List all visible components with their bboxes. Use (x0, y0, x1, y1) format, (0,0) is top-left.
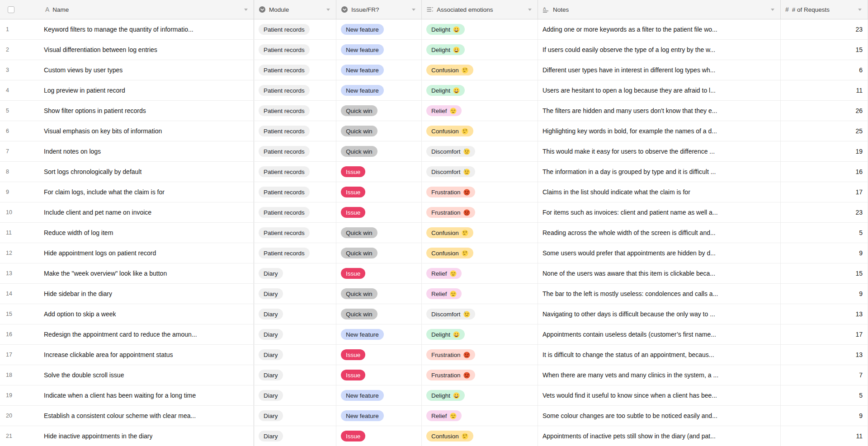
requests-cell[interactable]: 7 (781, 365, 868, 385)
requests-cell[interactable]: 23 (781, 19, 868, 39)
column-header-notes[interactable]: A Notes (538, 0, 781, 19)
name-cell[interactable]: Sort logs chronologically by default (27, 162, 254, 182)
row-number-cell[interactable]: 7 (0, 141, 27, 161)
requests-cell[interactable]: 9 (781, 406, 868, 426)
notes-cell[interactable]: Users are hesitant to open a log because… (538, 80, 781, 100)
row-number-cell[interactable]: 4 (0, 80, 27, 100)
emotions-cell[interactable]: Frustration (422, 202, 538, 222)
notes-cell[interactable]: Vets would find it useful to know since … (538, 385, 781, 405)
notes-cell[interactable]: Highlighting key words in bold, for exam… (538, 121, 781, 141)
row-number-cell[interactable]: 19 (0, 385, 27, 405)
module-cell[interactable]: Patient records (254, 202, 336, 222)
name-cell[interactable]: Log preview in patient record (27, 80, 254, 100)
emotions-cell[interactable]: Confusion (422, 121, 538, 141)
name-cell[interactable]: Custom views by user types (27, 60, 254, 80)
requests-cell[interactable]: 5 (781, 385, 868, 405)
column-header-module[interactable]: Module (254, 0, 336, 19)
name-cell[interactable]: Keyword filters to manage the quantity o… (27, 19, 254, 39)
issue-cell[interactable]: New feature (336, 19, 422, 39)
notes-cell[interactable]: The information in a day is grouped by t… (538, 162, 781, 182)
emotions-cell[interactable]: Confusion (422, 223, 538, 243)
issue-cell[interactable]: Issue (336, 426, 422, 446)
row-number-cell[interactable]: 17 (0, 345, 27, 365)
emotions-cell[interactable]: Discomfort (422, 141, 538, 161)
row-number-cell[interactable]: 14 (0, 284, 27, 304)
name-cell[interactable]: Add option to skip a week (27, 304, 254, 324)
issue-cell[interactable]: Issue (336, 263, 422, 283)
requests-cell[interactable]: 13 (781, 304, 868, 324)
requests-cell[interactable]: 5 (781, 223, 868, 243)
name-cell[interactable]: Indicate when a client has been waiting … (27, 385, 254, 405)
row-number-cell[interactable]: 20 (0, 406, 27, 426)
issue-cell[interactable]: Issue (336, 345, 422, 365)
requests-cell[interactable]: 11 (781, 80, 868, 100)
row-number-cell[interactable]: 15 (0, 304, 27, 324)
row-number-cell[interactable]: 21 (0, 426, 27, 446)
row-number-cell[interactable]: 5 (0, 101, 27, 121)
module-cell[interactable]: Diary (254, 406, 336, 426)
requests-cell[interactable]: 19 (781, 141, 868, 161)
emotions-cell[interactable]: Relief (422, 406, 538, 426)
requests-cell[interactable]: 9 (781, 243, 868, 263)
name-cell[interactable]: Increase clickable area for appointment … (27, 345, 254, 365)
emotions-cell[interactable]: Discomfort (422, 304, 538, 324)
module-cell[interactable]: Patient records (254, 162, 336, 182)
emotions-cell[interactable]: Confusion (422, 243, 538, 263)
row-number-cell[interactable]: 16 (0, 324, 27, 344)
module-cell[interactable]: Diary (254, 304, 336, 324)
requests-cell[interactable]: 13 (781, 345, 868, 365)
notes-cell[interactable]: The bar to the left is mostly useless: c… (538, 284, 781, 304)
chevron-down-icon[interactable] (858, 9, 862, 11)
module-cell[interactable]: Patient records (254, 60, 336, 80)
issue-cell[interactable]: New feature (336, 406, 422, 426)
module-cell[interactable]: Diary (254, 324, 336, 344)
emotions-cell[interactable]: Delight (422, 324, 538, 344)
emotions-cell[interactable]: Confusion (422, 60, 538, 80)
module-cell[interactable]: Patient records (254, 223, 336, 243)
emotions-cell[interactable]: Delight (422, 40, 538, 60)
module-cell[interactable]: Patient records (254, 182, 336, 202)
issue-cell[interactable]: Quick win (336, 223, 422, 243)
module-cell[interactable]: Diary (254, 284, 336, 304)
emotions-cell[interactable]: Relief (422, 263, 538, 283)
chevron-down-icon[interactable] (326, 9, 330, 11)
requests-cell[interactable]: 9 (781, 284, 868, 304)
notes-cell[interactable]: Adding one or more keywords as a filter … (538, 19, 781, 39)
emotions-cell[interactable]: Confusion (422, 426, 538, 446)
issue-cell[interactable]: Quick win (336, 243, 422, 263)
requests-cell[interactable]: 26 (781, 101, 868, 121)
name-cell[interactable]: Reduce width of log item (27, 223, 254, 243)
row-number-cell[interactable]: 13 (0, 263, 27, 283)
row-number-cell[interactable]: 10 (0, 202, 27, 222)
notes-cell[interactable]: It is difficult to change the status of … (538, 345, 781, 365)
notes-cell[interactable]: Different user types have in interest in… (538, 60, 781, 80)
requests-cell[interactable]: 15 (781, 40, 868, 60)
emotions-cell[interactable]: Frustration (422, 182, 538, 202)
chevron-down-icon[interactable] (528, 9, 532, 11)
module-cell[interactable]: Diary (254, 263, 336, 283)
module-cell[interactable]: Diary (254, 426, 336, 446)
column-header-associated-emotions[interactable]: Associated emotions (422, 0, 538, 19)
name-cell[interactable]: Hide inactive appointments in the diary (27, 426, 254, 446)
row-number-cell[interactable]: 6 (0, 121, 27, 141)
module-cell[interactable]: Patient records (254, 101, 336, 121)
name-cell[interactable]: Establish a consistent colour scheme wit… (27, 406, 254, 426)
column-header-name[interactable]: A Name (27, 0, 254, 19)
row-number-cell[interactable]: 18 (0, 365, 27, 385)
name-cell[interactable]: Redesign the appointment card to reduce … (27, 324, 254, 344)
emotions-cell[interactable]: Delight (422, 80, 538, 100)
module-cell[interactable]: Patient records (254, 243, 336, 263)
requests-cell[interactable]: 23 (781, 202, 868, 222)
module-cell[interactable]: Diary (254, 345, 336, 365)
name-cell[interactable]: Solve the double scroll issue (27, 365, 254, 385)
notes-cell[interactable]: This would make it easy for users to obs… (538, 141, 781, 161)
issue-cell[interactable]: Quick win (336, 141, 422, 161)
issue-cell[interactable]: Quick win (336, 121, 422, 141)
emotions-cell[interactable]: Discomfort (422, 162, 538, 182)
notes-cell[interactable]: Claims in the list should indicate what … (538, 182, 781, 202)
row-number-cell[interactable]: 11 (0, 223, 27, 243)
name-cell[interactable]: Hide appointment logs on patient record (27, 243, 254, 263)
row-number-cell[interactable]: 9 (0, 182, 27, 202)
issue-cell[interactable]: Quick win (336, 304, 422, 324)
row-number-cell[interactable]: 12 (0, 243, 27, 263)
